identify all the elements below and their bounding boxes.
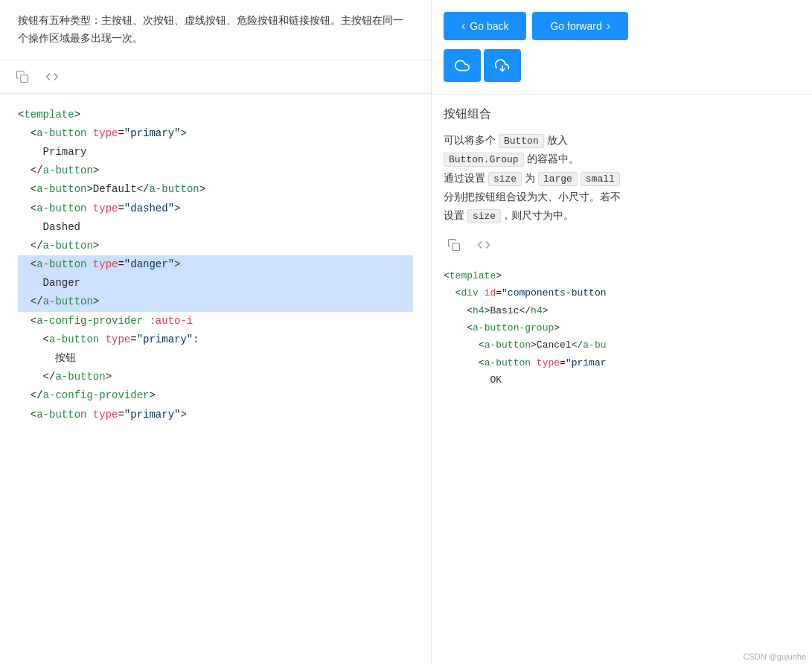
watermark: CSDN @gujunhe (743, 652, 806, 661)
code-line: <a-button type="primary": (18, 331, 413, 349)
left-code-block: <template> <a-button type="primary"> Pri… (0, 94, 431, 664)
code-line: <a-button>Default</a-button> (18, 180, 413, 199)
left-arrow-icon: ‹ (461, 19, 465, 33)
go-forward-button[interactable]: Go forward › (532, 12, 628, 40)
go-back-label: Go back (470, 20, 508, 32)
divider (432, 94, 812, 95)
right-code-line: <h4>Basic</h4> (444, 302, 800, 319)
nav-buttons-row: ‹ Go back Go forward › (432, 0, 812, 49)
desc-line-2: Button.Group 的容器中。 (444, 150, 800, 168)
size-inline-code: size (488, 172, 522, 186)
code-line: </a-button> (18, 237, 413, 255)
go-forward-label: Go forward (550, 20, 601, 32)
description-block: 按钮有五种类型：主按钮、次按钮、虚线按钮、危险按钮和链接按钮。主按钮在同一个操作… (0, 0, 431, 60)
cloud-upload-button[interactable] (444, 49, 481, 82)
code-line: <a-config-provider :auto-i (18, 312, 413, 331)
section-description: 可以将多个 Button 放入 Button.Group 的容器中。 通过设置 … (432, 128, 812, 229)
cloud-download-button[interactable] (484, 49, 521, 82)
code-line: <a-button type="dashed"> (18, 199, 413, 218)
right-code-line: <a-button>Cancel</a-bu (444, 336, 800, 354)
desc-line-4: 分别把按钮组合设为大、小尺寸。若不 (444, 188, 800, 206)
code-line-highlighted: </a-button> (18, 293, 413, 311)
code-line: <a-button type="primary"> (18, 406, 413, 424)
code-line: 按钮 (18, 349, 413, 368)
desc-line-5: 设置 size，则尺寸为中。 (444, 206, 800, 225)
go-back-button[interactable]: ‹ Go back (444, 12, 526, 40)
right-code-line: <a-button type="primar (444, 354, 800, 371)
small-inline-code: small (581, 172, 620, 186)
description-text: 按钮有五种类型：主按钮、次按钮、虚线按钮、危险按钮和链接按钮。主按钮在同一个操作… (18, 12, 413, 48)
code-line: </a-config-provider> (18, 386, 413, 405)
svg-rect-2 (453, 243, 460, 251)
code-line: </a-button> (18, 368, 413, 386)
right-code-line: <template> (444, 267, 800, 284)
code-line-highlighted: <a-button type="danger"> (18, 255, 413, 274)
left-panel: 按钮有五种类型：主按钮、次按钮、虚线按钮、危险按钮和链接按钮。主按钮在同一个操作… (0, 0, 432, 664)
button-inline-code: Button (499, 134, 544, 148)
right-panel: ‹ Go back Go forward › (432, 0, 812, 664)
code-line: <a-button type="primary"> (18, 124, 413, 143)
desc-line-1: 可以将多个 Button 放入 (444, 131, 800, 150)
copy-icon[interactable] (12, 66, 33, 87)
right-code-icon[interactable] (473, 234, 494, 255)
desc-line-3: 通过设置 size 为 large small (444, 169, 800, 188)
section-title: 按钮组合 (432, 98, 812, 128)
size2-inline-code: size (467, 209, 501, 223)
cloud-buttons-row (432, 49, 812, 91)
code-line-highlighted: Danger (18, 274, 413, 293)
right-copy-icon[interactable] (444, 234, 464, 255)
right-code-line: <a-button-group> (444, 319, 800, 336)
code-line: <template> (18, 106, 413, 124)
code-line: Primary (18, 143, 413, 162)
right-arrow-icon: › (607, 19, 610, 33)
code-line: Dashed (18, 218, 413, 237)
button-group-inline-code: Button.Group (444, 153, 524, 167)
right-code-block: <template> <div id="components-button <h… (432, 261, 812, 664)
large-inline-code: large (538, 172, 578, 186)
code-icon[interactable] (42, 66, 63, 87)
right-code-line: OK (444, 371, 800, 389)
left-toolbar (0, 60, 431, 94)
code-line: </a-button> (18, 162, 413, 180)
svg-rect-0 (21, 74, 28, 82)
right-toolbar (432, 229, 812, 261)
right-code-line: <div id="components-button (444, 284, 800, 301)
